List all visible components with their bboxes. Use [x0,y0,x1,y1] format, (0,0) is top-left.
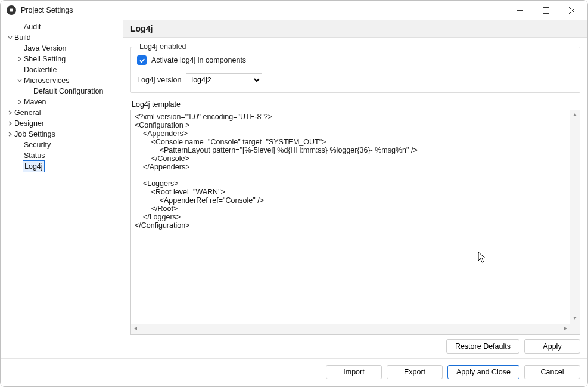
restore-defaults-button[interactable]: Restore Defaults [446,339,519,354]
svg-rect-3 [543,7,549,13]
sidebar-item-designer[interactable]: Designer [1,118,123,129]
scrollbar-vertical[interactable] [570,110,580,324]
sidebar-item-audit[interactable]: Audit [1,21,123,32]
sidebar-item-java-version[interactable]: Java Version [1,43,123,54]
dialog-body: AuditBuildJava VersionShell SettingDocke… [1,20,587,358]
export-button[interactable]: Export [387,365,443,379]
cancel-button[interactable]: Cancel [524,365,580,379]
sidebar-item-microservices[interactable]: Microservices [1,75,123,86]
sidebar-item-label: Dockerfile [23,64,58,75]
sidebar-item-status[interactable]: Status [1,150,123,161]
sidebar-item-label: Java Version [23,43,68,54]
sidebar-item-label: Audit [23,21,42,32]
sidebar-item-dockerfile[interactable]: Dockerfile [1,64,123,75]
sidebar-item-label: Build [13,32,32,43]
window-title: Project Settings [21,6,506,14]
sidebar-item-label: Job Settings [13,129,57,140]
sidebar-item-label: Security [23,140,52,150]
apply-button[interactable]: Apply [524,339,580,354]
chevron-down-icon[interactable] [14,78,22,83]
sidebar-item-label: Shell Setting [23,54,67,64]
sidebar-item-security[interactable]: Security [1,140,123,150]
page-title: Log4j [123,20,587,38]
activate-label[interactable]: Activate log4j in components [151,56,246,64]
template-label: Log4j template [132,100,580,109]
minimize-button[interactable] [506,1,533,19]
scroll-up-icon[interactable] [570,110,580,122]
svg-marker-6 [573,113,577,116]
log4j-enabled-group: Log4j enabled Activate log4j in componen… [130,42,580,93]
apply-and-close-button[interactable]: Apply and Close [447,365,519,379]
chevron-right-icon[interactable] [14,100,22,104]
sidebar-item-default-configuration[interactable]: Default Configuration [1,86,123,97]
chevron-right-icon[interactable] [4,132,13,137]
scrollbar-horizontal[interactable] [131,324,570,334]
sidebar-item-shell-setting[interactable]: Shell Setting [1,54,123,64]
chevron-right-icon[interactable] [14,57,22,61]
svg-marker-9 [564,327,567,330]
sidebar-item-job-settings[interactable]: Job Settings [1,129,123,140]
import-button[interactable]: Import [326,365,382,379]
sidebar-item-label: Status [23,150,46,161]
sidebar-item-general[interactable]: General [1,107,123,118]
sidebar-item-build[interactable]: Build [1,32,123,43]
sidebar-item-label: Designer [13,118,45,129]
chevron-right-icon[interactable] [4,121,13,126]
version-row: Log4j version log4j2 [137,73,574,86]
svg-marker-8 [134,327,137,330]
sidebar-tree[interactable]: AuditBuildJava VersionShell SettingDocke… [1,20,123,358]
svg-rect-1 [10,9,13,12]
scroll-corner [570,324,580,334]
chevron-right-icon[interactable] [4,110,13,115]
titlebar: Project Settings [1,1,587,20]
scroll-down-icon[interactable] [570,313,580,324]
content-footer: Restore Defaults Apply [130,335,580,354]
log4j-enabled-legend: Log4j enabled [137,42,189,51]
sidebar-item-label: General [13,107,42,118]
sidebar-item-maven[interactable]: Maven [1,97,123,107]
content-pane: Log4j Log4j enabled Activate log4j in co… [123,20,587,358]
sidebar-item-log4j[interactable]: Log4j [1,161,123,172]
sidebar-item-label: Default Configuration [32,86,104,97]
close-button[interactable] [559,1,585,19]
scroll-left-icon[interactable] [131,324,141,335]
app-icon [7,5,16,15]
template-text[interactable]: <?xml version="1.0" encoding="UTF-8"?> <… [131,110,580,334]
activate-row: Activate log4j in components [137,55,574,65]
chevron-down-icon[interactable] [4,35,13,40]
svg-marker-7 [573,317,577,320]
version-select[interactable]: log4j2 [186,73,262,86]
sidebar-item-label: Log4j [23,160,45,172]
activate-checkbox[interactable] [137,55,147,65]
template-editor[interactable]: <?xml version="1.0" encoding="UTF-8"?> <… [130,110,580,335]
scroll-right-icon[interactable] [561,324,570,335]
dialog-button-bar: Import Export Apply and Close Cancel [1,358,587,386]
content-body: Log4j enabled Activate log4j in componen… [123,38,587,358]
maximize-button[interactable] [533,1,559,19]
sidebar-item-label: Maven [23,97,48,107]
version-label: Log4j version [137,76,181,84]
sidebar-item-label: Microservices [23,75,70,86]
